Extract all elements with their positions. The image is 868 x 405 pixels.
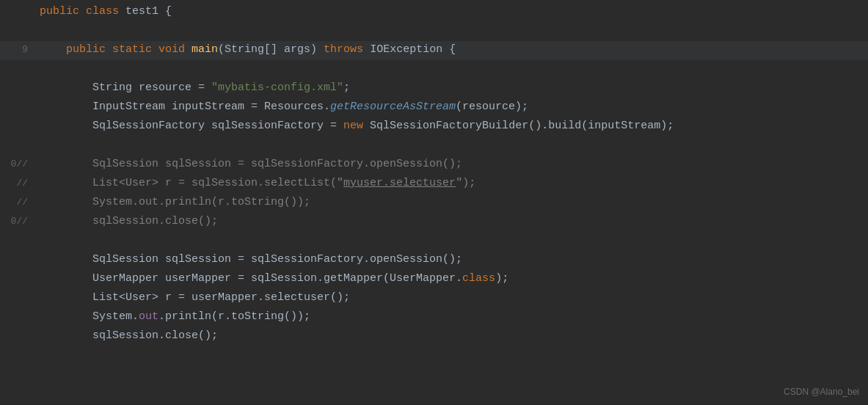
line-content-14: SqlSession sqlSession = sqlSessionFactor… xyxy=(40,251,868,269)
code-line-9: 0// SqlSession sqlSession = sqlSessionFa… xyxy=(0,156,868,175)
line-content-17: System.out.println(r.toString()); xyxy=(40,308,868,326)
line-num-3: 9 xyxy=(6,43,28,58)
line-num-10: // xyxy=(6,176,28,191)
code-line-7: SqlSessionFactory sqlSessionFactory = ne… xyxy=(0,117,868,136)
line-content-16: List<User> r = userMapper.selectuser(); xyxy=(40,289,868,307)
code-line-17: System.out.println(r.toString()); xyxy=(0,308,868,327)
code-editor: public class test1 { 9 public static voi… xyxy=(0,0,868,405)
code-line-4 xyxy=(0,60,868,79)
line-content-8 xyxy=(40,136,868,154)
code-line-12: 0// sqlSession.close(); xyxy=(0,213,868,232)
line-content-13 xyxy=(40,232,868,249)
line-content-7: SqlSessionFactory sqlSessionFactory = ne… xyxy=(40,117,868,135)
code-line-18: sqlSession.close(); xyxy=(0,327,868,346)
line-content-9: SqlSession sqlSession = sqlSessionFactor… xyxy=(40,156,868,173)
line-content-12: sqlSession.close(); xyxy=(40,213,868,230)
code-line-15: UserMapper userMapper = sqlSession.getMa… xyxy=(0,270,868,289)
code-line-1: public class test1 { xyxy=(0,3,868,22)
line-content-1: public class test1 { xyxy=(40,3,868,21)
code-line-14: SqlSession sqlSession = sqlSessionFactor… xyxy=(0,251,868,270)
line-content-2 xyxy=(40,22,868,40)
line-content-15: UserMapper userMapper = sqlSession.getMa… xyxy=(40,270,868,288)
code-line-8 xyxy=(0,136,868,156)
line-num-11: // xyxy=(6,195,28,211)
code-line-13 xyxy=(0,232,868,251)
code-line-6: InputStream inputStream = Resources.getR… xyxy=(0,98,868,117)
line-content-18: sqlSession.close(); xyxy=(40,327,868,345)
line-content-6: InputStream inputStream = Resources.getR… xyxy=(40,98,868,116)
code-line-11: // System.out.println(r.toString()); xyxy=(0,194,868,213)
code-line-2 xyxy=(0,22,868,41)
line-content-10: List<User> r = sqlSession.selectList("my… xyxy=(40,175,868,192)
code-line-16: List<User> r = userMapper.selectuser(); xyxy=(0,289,868,308)
line-num-12: 0// xyxy=(6,214,28,230)
code-line-10: // List<User> r = sqlSession.selectList(… xyxy=(0,175,868,194)
line-content-5: String resource = "mybatis-config.xml"; xyxy=(40,79,868,97)
line-num-9: 0// xyxy=(6,157,28,172)
line-content-11: System.out.println(r.toString()); xyxy=(40,194,868,211)
line-content-4 xyxy=(40,60,868,78)
code-line-5: String resource = "mybatis-config.xml"; xyxy=(0,79,868,98)
code-line-3: 9 public static void main(String[] args)… xyxy=(0,41,868,60)
watermark: CSDN @Alano_bei xyxy=(784,385,859,399)
line-content-3: public static void main(String[] args) t… xyxy=(40,41,868,59)
